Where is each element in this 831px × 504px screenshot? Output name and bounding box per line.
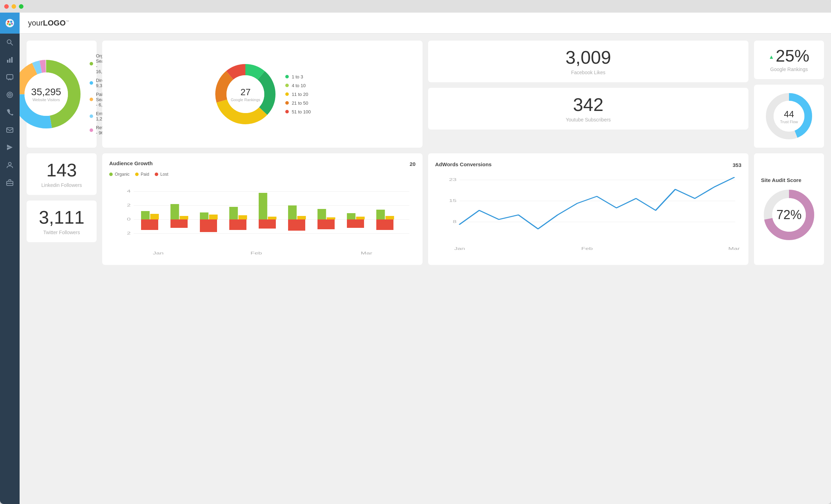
- svg-point-14: [9, 94, 11, 96]
- svg-rect-46: [180, 216, 188, 219]
- email-dot: [90, 114, 93, 118]
- twitter-card: 3,111 Twitter Followers: [27, 201, 97, 242]
- svg-text:Feb: Feb: [581, 246, 593, 251]
- audit-score-card: Site Audit Score 72%: [754, 153, 824, 265]
- svg-rect-52: [238, 215, 247, 219]
- left-col-top: 3,009 Facebook Likes 342 Youtube Subscri…: [428, 41, 748, 148]
- svg-rect-15: [7, 128, 13, 132]
- svg-rect-50: [200, 219, 217, 232]
- svg-rect-58: [297, 216, 306, 219]
- svg-point-3: [9, 23, 11, 26]
- svg-text:Jan: Jan: [454, 246, 465, 251]
- svg-rect-62: [317, 219, 335, 229]
- logo-light: your: [28, 19, 43, 27]
- sidebar-item-search[interactable]: [0, 34, 20, 51]
- svg-text:4: 4: [127, 189, 131, 193]
- visitors-label: Website Visitors: [31, 98, 61, 102]
- youtube-subs-card: 342 Youtube Subscribers: [428, 88, 748, 130]
- audience-legend-lost: Lost: [155, 172, 168, 177]
- close-button[interactable]: [4, 4, 9, 9]
- google-rank-card: ▲ 25% Google Rankings: [754, 41, 824, 79]
- audit-percent: 72%: [776, 208, 802, 222]
- adwords-card: AdWords Conversions 353 23 15: [428, 153, 748, 265]
- referral-dot: [90, 128, 93, 132]
- twitter-label: Twitter Followers: [43, 230, 80, 235]
- rankings-legend-4-10: 4 to 10: [285, 83, 310, 88]
- sidebar-item-analytics[interactable]: [0, 51, 20, 69]
- minimize-button[interactable]: [12, 4, 16, 9]
- svg-text:Mar: Mar: [361, 251, 372, 255]
- sidebar-item-target[interactable]: [0, 86, 20, 104]
- sidebar-item-email[interactable]: [0, 121, 20, 139]
- sidebar-item-briefcase[interactable]: [0, 174, 20, 191]
- sidebar-logo: [0, 13, 20, 34]
- svg-text:2: 2: [127, 231, 131, 235]
- svg-rect-43: [150, 214, 159, 219]
- svg-text:8: 8: [453, 219, 457, 224]
- sidebar-item-phone[interactable]: [0, 104, 20, 121]
- logo-bold: LOGO: [43, 19, 66, 27]
- google-rank-label: Google Rankings: [770, 66, 808, 72]
- trust-flow-number: 44: [780, 109, 798, 120]
- sidebar: [0, 13, 20, 504]
- adwords-title: AdWords Conversions: [435, 161, 491, 167]
- rankings-label: Google Rankings: [231, 98, 260, 102]
- right-col-top: ▲ 25% Google Rankings: [754, 41, 824, 148]
- svg-point-5: [11, 23, 13, 25]
- svg-text:15: 15: [449, 198, 457, 203]
- facebook-likes-label: Facebook Likes: [571, 70, 605, 75]
- svg-rect-55: [268, 217, 277, 219]
- audience-bar-chart: 4 2 0 2: [109, 181, 416, 258]
- youtube-subs-number: 342: [573, 95, 603, 115]
- audience-title: Audience Growth: [109, 160, 153, 166]
- google-rank-number: 25%: [776, 47, 809, 65]
- twitter-number: 3,111: [39, 208, 84, 227]
- svg-rect-8: [7, 60, 8, 63]
- svg-rect-10: [11, 57, 13, 63]
- facebook-likes-number: 3,009: [565, 48, 611, 68]
- titlebar: [0, 0, 831, 13]
- sidebar-item-chat[interactable]: [0, 69, 20, 86]
- rankings-number: 27: [231, 87, 260, 98]
- svg-point-0: [6, 19, 14, 27]
- visitors-number: 35,295: [31, 86, 61, 98]
- sidebar-item-send[interactable]: [0, 139, 20, 156]
- svg-text:Jan: Jan: [153, 251, 163, 255]
- svg-rect-47: [170, 219, 188, 228]
- maximize-button[interactable]: [19, 4, 23, 9]
- palette-icon: [5, 18, 15, 28]
- svg-rect-68: [376, 219, 393, 230]
- audience-legend-paid: Paid: [135, 172, 149, 177]
- sidebar-item-person[interactable]: [0, 156, 20, 174]
- svg-rect-64: [356, 217, 365, 219]
- svg-text:23: 23: [449, 177, 457, 182]
- svg-rect-66: [376, 210, 385, 219]
- left-col-bottom: 143 Linkedin Followers 3,111 Twitter Fol…: [27, 153, 97, 265]
- rankings-legend: 1 to 3 4 to 10 11 to 20: [285, 74, 310, 114]
- svg-rect-59: [288, 219, 305, 231]
- svg-rect-49: [209, 215, 218, 219]
- trust-flow-label: Trust Flow: [780, 120, 798, 124]
- adwords-line-chart: 23 15 8 Jan Feb Mar: [435, 173, 741, 257]
- svg-point-2: [10, 21, 12, 23]
- content: 3,009 Facebook Likes 342 Youtube Subscri…: [20, 34, 831, 504]
- trust-flow-card: 44 Trust Flow: [754, 85, 824, 148]
- svg-text:2: 2: [127, 203, 131, 207]
- audience-count: 20: [410, 161, 416, 167]
- rankings-card: 27 Google Rankings 1 to 3: [102, 41, 423, 148]
- facebook-likes-card: 3,009 Facebook Likes: [428, 41, 748, 82]
- svg-rect-51: [229, 207, 238, 219]
- adwords-chart-header: AdWords Conversions 353: [435, 161, 741, 169]
- organic-dot: [90, 62, 93, 65]
- linkedin-number: 143: [47, 160, 77, 180]
- svg-rect-60: [317, 209, 326, 219]
- audit-title: Site Audit Score: [761, 177, 801, 183]
- svg-point-16: [8, 162, 11, 165]
- svg-rect-45: [170, 204, 179, 219]
- svg-rect-48: [200, 212, 209, 219]
- paid-dot: [90, 98, 93, 101]
- svg-rect-42: [141, 211, 150, 219]
- svg-rect-67: [385, 216, 394, 219]
- youtube-subs-label: Youtube Subscribers: [566, 117, 611, 122]
- direct-dot: [90, 81, 93, 85]
